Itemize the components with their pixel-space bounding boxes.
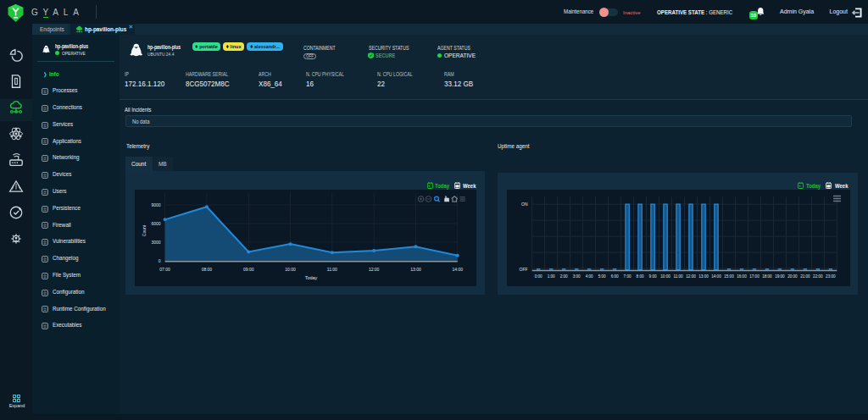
svg-text:9000: 9000	[151, 202, 160, 207]
svg-text:Today: Today	[305, 275, 318, 280]
svg-text:13:00: 13:00	[410, 266, 421, 271]
svg-text:ON: ON	[521, 202, 528, 207]
svg-text:14:00: 14:00	[711, 274, 721, 279]
svg-text:22:00: 22:00	[813, 274, 823, 279]
svg-text:18:00: 18:00	[762, 274, 772, 279]
svg-text:10:00: 10:00	[285, 266, 296, 271]
svg-text:2:00: 2:00	[560, 274, 568, 279]
svg-text:3000: 3000	[151, 239, 160, 244]
svg-text:0: 0	[159, 257, 161, 262]
svg-text:23:00: 23:00	[826, 274, 836, 279]
svg-text:20:00: 20:00	[787, 274, 798, 279]
svg-text:19:00: 19:00	[775, 274, 785, 279]
svg-text:9:00: 9:00	[649, 274, 657, 279]
svg-text:08:00: 08:00	[202, 266, 213, 271]
svg-text:15:00: 15:00	[724, 274, 734, 279]
svg-text:Count: Count	[142, 224, 147, 236]
svg-text:7:00: 7:00	[624, 274, 632, 279]
svg-text:12:00: 12:00	[369, 266, 380, 271]
svg-text:17:00: 17:00	[749, 274, 760, 279]
svg-text:6:00: 6:00	[611, 274, 619, 279]
svg-text:11:00: 11:00	[673, 274, 683, 279]
svg-text:16:00: 16:00	[737, 274, 747, 279]
svg-text:07:00: 07:00	[159, 266, 170, 271]
svg-text:0:00: 0:00	[535, 274, 542, 279]
svg-text:6000: 6000	[151, 220, 160, 225]
svg-text:11:00: 11:00	[327, 266, 337, 271]
svg-text:3:00: 3:00	[573, 274, 581, 279]
svg-text:12:00: 12:00	[686, 274, 696, 279]
svg-text:13:00: 13:00	[698, 274, 709, 279]
svg-text:09:00: 09:00	[243, 266, 254, 271]
svg-text:OFF: OFF	[520, 266, 528, 271]
svg-text:1:00: 1:00	[548, 274, 555, 279]
svg-text:21:00: 21:00	[800, 274, 810, 279]
svg-text:10:00: 10:00	[660, 274, 670, 279]
svg-text:4:00: 4:00	[586, 274, 593, 279]
svg-text:8:00: 8:00	[637, 274, 644, 279]
svg-text:5:00: 5:00	[598, 274, 606, 279]
svg-text:14:00: 14:00	[453, 266, 464, 271]
